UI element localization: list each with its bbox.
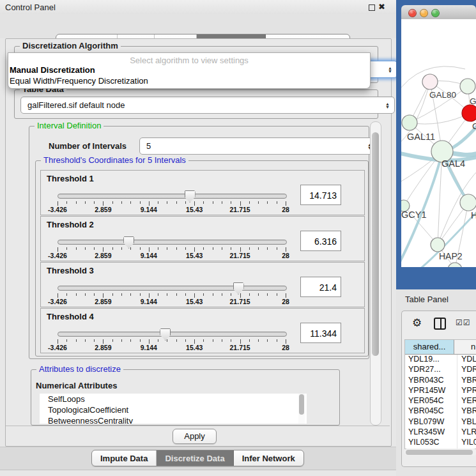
tick-mark bbox=[176, 339, 177, 342]
column-header-name[interactable]: n bbox=[454, 340, 476, 354]
split-columns-icon[interactable] bbox=[434, 318, 446, 330]
slider-track[interactable] bbox=[58, 332, 287, 337]
network-window-titlebar[interactable] bbox=[401, 5, 476, 20]
cell-shared-name[interactable]: YBR043C bbox=[405, 376, 457, 386]
cell-shared-name[interactable]: YBL079W bbox=[405, 417, 457, 427]
threshold-slider-2[interactable] bbox=[58, 240, 286, 245]
threshold-value-field-1[interactable]: 14.713 bbox=[300, 185, 341, 205]
table-row[interactable]: YBR045CYBR0 bbox=[405, 406, 476, 417]
tick-mark bbox=[112, 293, 113, 296]
attributes-scrollbar-thumb[interactable] bbox=[299, 394, 304, 415]
cell-shared-name[interactable]: YIL053C bbox=[405, 438, 457, 448]
network-node[interactable] bbox=[462, 105, 476, 121]
attribute-item-selfloops[interactable]: SelfLoops bbox=[40, 394, 307, 404]
cell-shared-name[interactable]: YPR145W bbox=[405, 386, 457, 396]
cell-name[interactable]: YBL0 bbox=[457, 417, 476, 427]
tick-mark bbox=[258, 339, 259, 342]
threshold-value-field-3[interactable]: 21.4 bbox=[300, 277, 341, 297]
tick-mark bbox=[213, 201, 213, 204]
node-label-c: C bbox=[472, 121, 476, 131]
network-node[interactable] bbox=[431, 238, 445, 252]
cell-shared-name[interactable]: YDR27... bbox=[405, 365, 457, 375]
tick-mark bbox=[94, 201, 95, 204]
checkbox-checked-icons[interactable]: ☑☑ bbox=[456, 318, 471, 327]
cell-name[interactable]: YBR0 bbox=[457, 376, 476, 386]
apply-button[interactable]: Apply bbox=[173, 429, 217, 444]
tick-mark bbox=[222, 339, 222, 342]
tab-infer-network[interactable]: Infer Network bbox=[234, 450, 303, 466]
table-hscrollbar[interactable] bbox=[404, 449, 476, 456]
tick-mark bbox=[85, 247, 86, 250]
table-row[interactable]: YDL19...YDL1 bbox=[405, 355, 476, 365]
close-window-icon[interactable] bbox=[408, 9, 417, 17]
table-row[interactable]: YBL079WYBL0 bbox=[405, 417, 476, 427]
table-row[interactable]: YBR043CYBR0 bbox=[405, 376, 476, 386]
settings-scrollbar[interactable] bbox=[370, 121, 381, 426]
threshold-slider-4[interactable] bbox=[58, 332, 286, 337]
node-table[interactable]: shared... n YDL19...YDL1YDR27...YDR2YBR0… bbox=[404, 339, 476, 449]
cell-name[interactable]: YDL1 bbox=[457, 355, 476, 365]
attribute-item-topologicalcoefficient[interactable]: TopologicalCoefficient bbox=[40, 404, 307, 415]
tick-mark bbox=[130, 201, 131, 204]
cell-shared-name[interactable]: YER054C bbox=[405, 396, 457, 406]
table-row[interactable]: YDR27...YDR2 bbox=[405, 365, 476, 375]
cell-name[interactable]: YBR0 bbox=[457, 406, 476, 417]
tab-discretize-data[interactable]: Discretize Data bbox=[157, 450, 233, 466]
threshold-label: Threshold 1 bbox=[47, 174, 94, 183]
tick-mark bbox=[258, 247, 259, 250]
cell-shared-name[interactable]: YBR045C bbox=[405, 406, 457, 417]
minimize-window-icon[interactable] bbox=[420, 9, 428, 17]
threshold-panel-4: Threshold 4-3.4262.8599.14415.4321.71528… bbox=[40, 308, 365, 353]
cell-shared-name[interactable]: YLR345W bbox=[405, 427, 457, 438]
slider-track[interactable] bbox=[58, 194, 287, 199]
slider-track[interactable] bbox=[58, 240, 287, 245]
slider-track[interactable] bbox=[58, 286, 287, 291]
tick-mark bbox=[185, 293, 186, 296]
tick-mark bbox=[258, 201, 259, 204]
column-header-shared-name[interactable]: shared... bbox=[405, 340, 454, 354]
cell-name[interactable]: YDR2 bbox=[457, 365, 476, 375]
zoom-window-icon[interactable] bbox=[431, 9, 440, 17]
threshold-slider-3[interactable] bbox=[58, 286, 286, 291]
settings-scrollbar-thumb[interactable] bbox=[372, 132, 379, 356]
cell-name[interactable]: YER0 bbox=[457, 396, 476, 406]
tick-label: 2.859 bbox=[95, 252, 111, 259]
network-node[interactable] bbox=[402, 115, 417, 130]
tick-mark bbox=[149, 339, 150, 344]
network-node[interactable] bbox=[422, 74, 438, 89]
cell-name[interactable]: YIL0 bbox=[457, 438, 476, 448]
numerical-attributes-list[interactable]: SelfLoopsTopologicalCoefficientBetweenne… bbox=[40, 394, 307, 424]
table-row[interactable]: YLR345WYLR3 bbox=[405, 427, 476, 438]
table-row[interactable]: YPR145WYPR1 bbox=[405, 386, 476, 396]
float-panel-icon[interactable] bbox=[369, 4, 375, 11]
tab-impute-data[interactable]: Impute Data bbox=[92, 450, 157, 466]
tick-label: 15.43 bbox=[186, 298, 203, 305]
attribute-item-betweennesscentrality[interactable]: BetweennessCentrality bbox=[40, 415, 307, 424]
network-view-canvas[interactable]: GAL80GACGAL11GAL4GCY1HHAP2 bbox=[401, 19, 476, 267]
threshold-slider-1[interactable] bbox=[58, 194, 286, 199]
network-node[interactable] bbox=[460, 79, 475, 94]
control-panel-titlebar: Control Panel ✖ bbox=[0, 0, 396, 15]
network-node[interactable] bbox=[448, 263, 462, 267]
dropdown-option-manual-discretization[interactable]: Manual Discretization bbox=[10, 65, 364, 75]
network-node[interactable] bbox=[460, 194, 476, 211]
threshold-value-field-2[interactable]: 6.316 bbox=[300, 231, 341, 251]
cell-name[interactable]: YLR3 bbox=[457, 427, 476, 438]
tab-label: Infer Network bbox=[242, 454, 295, 463]
table-hscrollbar-thumb[interactable] bbox=[406, 450, 473, 455]
dropdown-option-equal-width-frequency[interactable]: Equal Width/Frequency Discretization bbox=[10, 76, 364, 86]
cell-shared-name[interactable]: YDL19... bbox=[405, 355, 457, 365]
cyni-mode-tabs: Impute DataDiscretize DataInfer Network bbox=[91, 450, 304, 466]
number-of-intervals-combobox[interactable]: 5 ▲▼ bbox=[139, 137, 377, 155]
cell-name[interactable]: YPR1 bbox=[457, 386, 476, 396]
table-row[interactable]: YER054CYER0 bbox=[405, 396, 476, 406]
slider-tick-labels: -3.4262.8599.14415.4321.71528 bbox=[58, 252, 286, 259]
close-panel-icon[interactable]: ✖ bbox=[378, 2, 385, 12]
table-row[interactable]: YIL053CYIL0 bbox=[405, 438, 476, 448]
attributes-scrollbar[interactable] bbox=[298, 394, 305, 424]
gear-icon[interactable]: ⚙ bbox=[412, 316, 422, 330]
table-data-combobox[interactable]: galFiltered.sif default node ▲▼ bbox=[20, 96, 395, 114]
threshold-value-field-4[interactable]: 11.344 bbox=[300, 323, 341, 343]
tick-mark bbox=[194, 247, 195, 252]
tick-mark bbox=[240, 201, 241, 206]
